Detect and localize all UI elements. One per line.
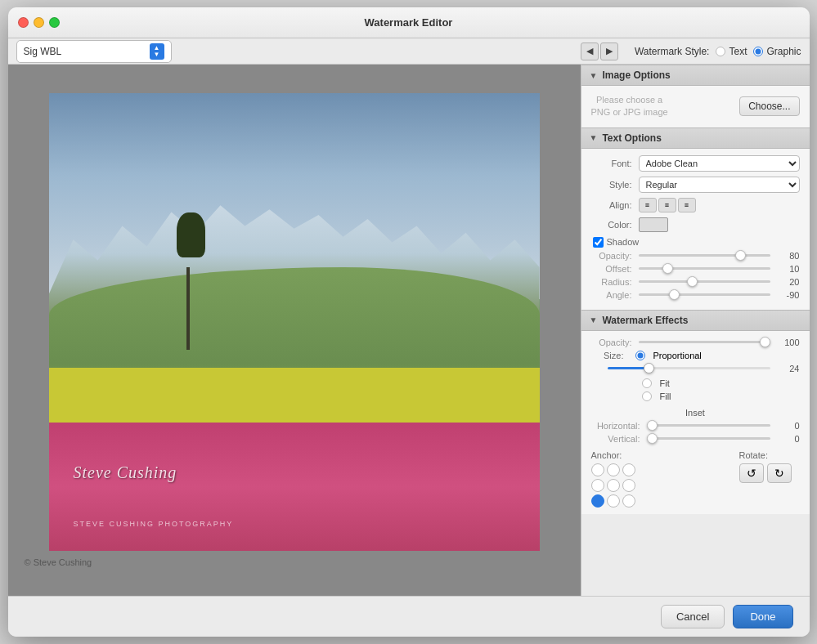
align-center-button[interactable]: ≡ xyxy=(658,198,676,212)
rotate-section: Rotate: ↺ ↻ xyxy=(739,450,792,483)
window-controls xyxy=(18,17,60,28)
style-select[interactable]: Regular xyxy=(639,177,800,193)
maximize-button[interactable] xyxy=(49,17,60,28)
rotate-cw-button[interactable]: ↻ xyxy=(767,463,792,483)
text-options-triangle-icon: ▼ xyxy=(590,133,598,142)
font-row: Font: Adobe Clean xyxy=(591,155,800,172)
watermark-effects-header: ▼ Watermark Effects xyxy=(581,310,810,331)
preset-select-container: Sig WBL ▲ ▼ xyxy=(16,40,172,63)
horizontal-value: 0 xyxy=(775,421,800,431)
color-row: Color: xyxy=(591,217,800,232)
preset-dropdown[interactable]: Sig WBL ▲ ▼ xyxy=(16,40,172,63)
vertical-slider[interactable] xyxy=(647,437,770,440)
choose-image-button[interactable]: Choose... xyxy=(739,96,799,116)
fit-label: Fit xyxy=(660,378,670,388)
horizontal-slider[interactable] xyxy=(647,424,770,427)
photo-tree-canopy xyxy=(177,212,205,257)
anchor-grid xyxy=(591,463,635,508)
effects-opacity-value: 100 xyxy=(775,338,800,347)
fill-radio[interactable] xyxy=(642,391,652,401)
watermark-effects-triangle-icon: ▼ xyxy=(590,315,598,324)
photo-watermark-text: Steve Cushing xyxy=(74,463,177,482)
text-radio-group: Text xyxy=(716,46,747,57)
rotate-ccw-button[interactable]: ↺ xyxy=(739,463,764,483)
graphic-radio-group: Graphic xyxy=(753,46,801,57)
effects-body: Opacity: 100 Size: Proportional 24 Fit xyxy=(581,331,810,514)
anchor-dot-tr[interactable] xyxy=(622,463,635,476)
cancel-button[interactable]: Cancel xyxy=(661,605,725,628)
angle-slider-label: Angle: xyxy=(591,290,632,300)
color-label: Color: xyxy=(591,220,632,230)
preset-stepper[interactable]: ▲ ▼ xyxy=(150,43,164,60)
color-swatch[interactable] xyxy=(639,217,668,232)
image-options-header: ▼ Image Options xyxy=(581,65,810,86)
radius-slider[interactable] xyxy=(639,280,770,283)
inset-label: Inset xyxy=(591,408,800,418)
graphic-radio-label: Graphic xyxy=(766,46,801,57)
copyright-text: © Steve Cushing xyxy=(25,557,92,567)
anchor-label: Anchor: xyxy=(591,450,635,460)
opacity-slider-row: Opacity: 80 xyxy=(591,251,800,261)
fit-radio[interactable] xyxy=(642,378,652,388)
stepper-down-icon: ▼ xyxy=(154,51,160,58)
offset-value: 10 xyxy=(775,264,800,274)
anchor-dot-mc[interactable] xyxy=(607,479,620,492)
proportional-slider[interactable] xyxy=(608,367,770,369)
right-panel: ▼ Image Options Please choose a PNG or J… xyxy=(581,65,810,596)
preset-value: Sig WBL xyxy=(24,46,62,57)
shadow-row: Shadow xyxy=(591,237,800,248)
image-options-title: Image Options xyxy=(602,69,670,81)
radius-value: 20 xyxy=(775,277,800,287)
close-button[interactable] xyxy=(18,17,29,28)
size-value: 24 xyxy=(775,364,800,373)
watermark-style-selector: Watermark Style: Text Graphic xyxy=(635,46,801,57)
opacity-slider[interactable] xyxy=(639,254,770,257)
anchor-dot-bc[interactable] xyxy=(607,494,620,508)
style-row: Style: Regular xyxy=(591,177,800,193)
offset-slider-row: Offset: 10 xyxy=(591,264,800,274)
image-placeholder: Please choose a PNG or JPG image xyxy=(591,94,668,119)
done-button[interactable]: Done xyxy=(733,605,792,628)
align-left-button[interactable]: ≡ xyxy=(639,198,657,212)
nav-next-button[interactable]: ▶ xyxy=(600,42,618,60)
vertical-label: Vertical: xyxy=(591,434,640,444)
proportional-label: Proportional xyxy=(653,351,702,360)
offset-slider[interactable] xyxy=(639,267,770,270)
effects-opacity-label: Opacity: xyxy=(591,338,632,347)
text-options-body: Font: Adobe Clean Style: Regular Align: … xyxy=(581,149,810,310)
proportional-slider-row: 24 xyxy=(591,364,800,373)
anchor-dot-mr[interactable] xyxy=(622,479,635,492)
minimize-button[interactable] xyxy=(34,17,44,28)
fill-label: Fill xyxy=(660,391,671,401)
text-options-title: Text Options xyxy=(602,132,661,144)
shadow-checkbox[interactable] xyxy=(593,237,604,248)
anchor-dot-tl[interactable] xyxy=(591,463,604,476)
nav-arrows: ◀ ▶ xyxy=(581,42,618,60)
effects-opacity-slider[interactable] xyxy=(639,341,770,343)
photo-caption-text: STEVE CUSHING PHOTOGRAPHY xyxy=(74,520,234,528)
top-bar: Sig WBL ▲ ▼ ◀ ▶ Watermark Style: Text Gr… xyxy=(8,38,810,65)
font-select[interactable]: Adobe Clean xyxy=(639,155,800,172)
horizontal-slider-row: Horizontal: 0 xyxy=(591,421,800,431)
anchor-dot-br[interactable] xyxy=(622,494,635,508)
nav-prev-button[interactable]: ◀ xyxy=(581,42,599,60)
proportional-radio[interactable] xyxy=(635,351,645,360)
window-title: Watermark Editor xyxy=(365,16,453,29)
anchor-rotate-row: Anchor: xyxy=(591,450,800,508)
shadow-label: Shadow xyxy=(607,237,640,247)
text-options-header: ▼ Text Options xyxy=(581,127,810,149)
align-right-button[interactable]: ≡ xyxy=(678,198,696,212)
angle-slider-row: Angle: -90 xyxy=(591,290,800,300)
anchor-dot-ml[interactable] xyxy=(591,479,604,492)
angle-slider[interactable] xyxy=(639,293,770,296)
align-label: Align: xyxy=(591,200,632,210)
watermark-style-label: Watermark Style: xyxy=(635,46,710,57)
radius-slider-label: Radius: xyxy=(591,277,632,287)
opacity-value: 80 xyxy=(775,251,800,261)
align-buttons: ≡ ≡ ≡ xyxy=(639,198,696,212)
anchor-dot-bl[interactable] xyxy=(591,494,604,508)
graphic-radio-button[interactable] xyxy=(753,47,763,56)
text-radio-button[interactable] xyxy=(716,47,725,56)
placeholder-line1: Please choose a xyxy=(591,94,668,106)
anchor-dot-tc[interactable] xyxy=(607,463,620,476)
